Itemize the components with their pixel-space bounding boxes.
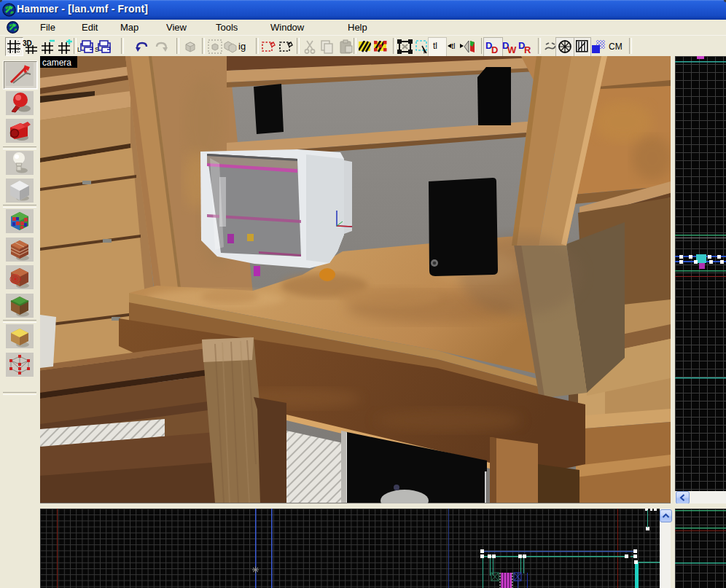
- svg-text:D: D: [491, 44, 498, 54]
- svg-text:3D: 3D: [23, 39, 32, 47]
- svg-text:W: W: [507, 44, 517, 54]
- svg-text:camera: camera: [42, 58, 71, 68]
- svg-text:R: R: [524, 44, 531, 54]
- svg-text:tl: tl: [451, 42, 456, 50]
